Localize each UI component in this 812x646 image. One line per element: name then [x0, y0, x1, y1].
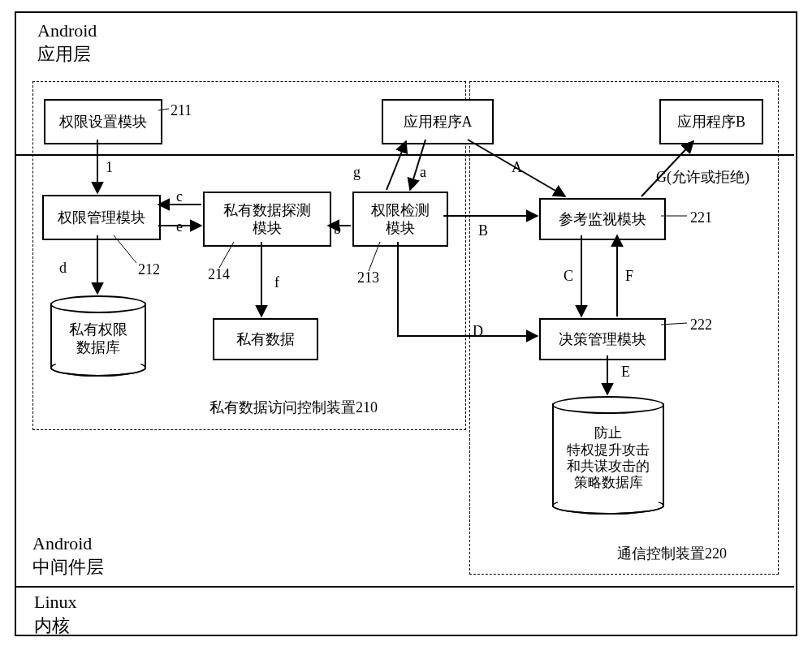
policy-db-label: 防止 特权提升攻击 和共谋攻击的 策略数据库 — [552, 403, 664, 507]
svg-line-8 — [468, 140, 565, 196]
svg-line-6 — [410, 140, 425, 190]
svg-line-14 — [114, 235, 136, 263]
svg-line-9 — [641, 141, 693, 196]
svg-line-16 — [369, 242, 380, 271]
svg-line-15 — [219, 242, 234, 268]
svg-line-7 — [387, 141, 406, 190]
svg-line-19 — [158, 109, 169, 110]
priv-db: 私有权限 数据库 — [50, 295, 146, 377]
policy-db: 防止 特权提升攻击 和共谋攻击的 策略数据库 — [552, 396, 664, 515]
svg-line-18 — [661, 323, 687, 325]
